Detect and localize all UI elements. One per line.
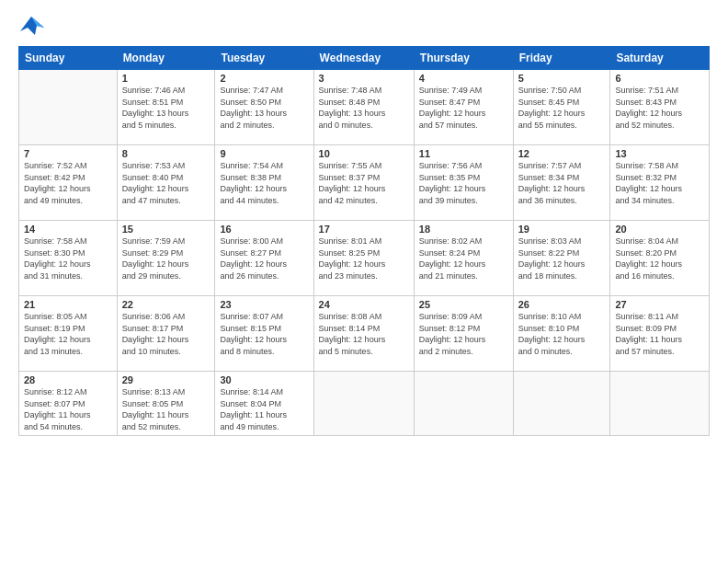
- day-info: Sunrise: 7:57 AM Sunset: 8:34 PM Dayligh…: [518, 160, 606, 206]
- weekday-header: Saturday: [610, 47, 710, 70]
- day-number: 24: [319, 299, 409, 310]
- day-info: Sunrise: 8:11 AM Sunset: 8:09 PM Dayligh…: [615, 311, 704, 357]
- calendar-cell: 5Sunrise: 7:50 AM Sunset: 8:45 PM Daylig…: [513, 70, 610, 145]
- calendar-cell: 18Sunrise: 8:02 AM Sunset: 8:24 PM Dayli…: [414, 221, 513, 296]
- day-info: Sunrise: 7:53 AM Sunset: 8:40 PM Dayligh…: [122, 160, 210, 206]
- day-info: Sunrise: 8:00 AM Sunset: 8:27 PM Dayligh…: [220, 236, 308, 282]
- day-info: Sunrise: 8:02 AM Sunset: 8:24 PM Dayligh…: [419, 236, 508, 282]
- day-info: Sunrise: 7:52 AM Sunset: 8:42 PM Dayligh…: [24, 160, 112, 206]
- day-number: 26: [518, 299, 606, 310]
- calendar-cell: [19, 70, 118, 145]
- calendar-cell: 10Sunrise: 7:55 AM Sunset: 8:37 PM Dayli…: [313, 145, 414, 221]
- calendar-cell: 14Sunrise: 7:58 AM Sunset: 8:30 PM Dayli…: [19, 221, 118, 296]
- day-number: 5: [518, 73, 606, 84]
- day-info: Sunrise: 8:04 AM Sunset: 8:20 PM Dayligh…: [615, 236, 704, 282]
- page: SundayMondayTuesdayWednesdayThursdayFrid…: [0, 0, 728, 563]
- day-info: Sunrise: 7:48 AM Sunset: 8:48 PM Dayligh…: [319, 85, 409, 131]
- calendar-cell: 25Sunrise: 8:09 AM Sunset: 8:12 PM Dayli…: [414, 296, 513, 372]
- weekday-header: Tuesday: [215, 47, 313, 70]
- day-info: Sunrise: 7:47 AM Sunset: 8:50 PM Dayligh…: [220, 85, 308, 131]
- calendar-cell: 3Sunrise: 7:48 AM Sunset: 8:48 PM Daylig…: [313, 70, 414, 145]
- calendar-cell: 15Sunrise: 7:59 AM Sunset: 8:29 PM Dayli…: [117, 221, 215, 296]
- day-number: 6: [615, 73, 704, 84]
- calendar-cell: [414, 372, 513, 436]
- day-number: 2: [220, 73, 308, 84]
- day-number: 25: [419, 299, 508, 310]
- day-info: Sunrise: 7:58 AM Sunset: 8:30 PM Dayligh…: [24, 236, 112, 282]
- day-number: 17: [319, 224, 409, 235]
- day-number: 18: [419, 224, 508, 235]
- calendar-cell: [513, 372, 610, 436]
- day-number: 15: [122, 224, 210, 235]
- calendar-cell: 24Sunrise: 8:08 AM Sunset: 8:14 PM Dayli…: [313, 296, 414, 372]
- day-number: 13: [615, 148, 704, 159]
- day-info: Sunrise: 8:12 AM Sunset: 8:07 PM Dayligh…: [24, 386, 112, 432]
- day-info: Sunrise: 8:08 AM Sunset: 8:14 PM Dayligh…: [319, 311, 409, 357]
- header: [18, 15, 710, 37]
- day-number: 23: [220, 299, 308, 310]
- day-number: 12: [518, 148, 606, 159]
- day-number: 3: [319, 73, 409, 84]
- day-info: Sunrise: 8:03 AM Sunset: 8:22 PM Dayligh…: [518, 236, 606, 282]
- day-info: Sunrise: 8:14 AM Sunset: 8:04 PM Dayligh…: [220, 386, 308, 432]
- day-number: 1: [122, 73, 210, 84]
- day-number: 19: [518, 224, 606, 235]
- calendar-cell: 26Sunrise: 8:10 AM Sunset: 8:10 PM Dayli…: [513, 296, 610, 372]
- calendar-header-row: SundayMondayTuesdayWednesdayThursdayFrid…: [19, 47, 710, 70]
- day-number: 29: [122, 374, 210, 385]
- calendar-cell: 28Sunrise: 8:12 AM Sunset: 8:07 PM Dayli…: [19, 372, 118, 436]
- calendar-cell: 2Sunrise: 7:47 AM Sunset: 8:50 PM Daylig…: [215, 70, 313, 145]
- day-number: 30: [220, 374, 308, 385]
- day-info: Sunrise: 8:06 AM Sunset: 8:17 PM Dayligh…: [122, 311, 210, 357]
- day-number: 16: [220, 224, 308, 235]
- day-number: 11: [419, 148, 508, 159]
- weekday-header: Wednesday: [313, 47, 414, 70]
- calendar-cell: 21Sunrise: 8:05 AM Sunset: 8:19 PM Dayli…: [19, 296, 118, 372]
- day-info: Sunrise: 7:51 AM Sunset: 8:43 PM Dayligh…: [615, 85, 704, 131]
- logo-icon: [18, 15, 44, 37]
- day-info: Sunrise: 8:01 AM Sunset: 8:25 PM Dayligh…: [319, 236, 409, 282]
- day-number: 8: [122, 148, 210, 159]
- calendar-week-row: 1Sunrise: 7:46 AM Sunset: 8:51 PM Daylig…: [19, 70, 710, 145]
- calendar-cell: 19Sunrise: 8:03 AM Sunset: 8:22 PM Dayli…: [513, 221, 610, 296]
- calendar-week-row: 14Sunrise: 7:58 AM Sunset: 8:30 PM Dayli…: [19, 221, 710, 296]
- day-number: 27: [615, 299, 704, 310]
- day-info: Sunrise: 7:49 AM Sunset: 8:47 PM Dayligh…: [419, 85, 508, 131]
- calendar-cell: 4Sunrise: 7:49 AM Sunset: 8:47 PM Daylig…: [414, 70, 513, 145]
- calendar-cell: 12Sunrise: 7:57 AM Sunset: 8:34 PM Dayli…: [513, 145, 610, 221]
- weekday-header: Friday: [513, 47, 610, 70]
- calendar-cell: 8Sunrise: 7:53 AM Sunset: 8:40 PM Daylig…: [117, 145, 215, 221]
- calendar-cell: 6Sunrise: 7:51 AM Sunset: 8:43 PM Daylig…: [610, 70, 710, 145]
- day-info: Sunrise: 8:07 AM Sunset: 8:15 PM Dayligh…: [220, 311, 308, 357]
- day-number: 20: [615, 224, 704, 235]
- weekday-header: Sunday: [19, 47, 118, 70]
- day-info: Sunrise: 8:13 AM Sunset: 8:05 PM Dayligh…: [122, 386, 210, 432]
- calendar-cell: 23Sunrise: 8:07 AM Sunset: 8:15 PM Dayli…: [215, 296, 313, 372]
- day-number: 10: [319, 148, 409, 159]
- calendar-cell: 13Sunrise: 7:58 AM Sunset: 8:32 PM Dayli…: [610, 145, 710, 221]
- calendar-cell: 9Sunrise: 7:54 AM Sunset: 8:38 PM Daylig…: [215, 145, 313, 221]
- day-number: 28: [24, 374, 112, 385]
- day-info: Sunrise: 8:10 AM Sunset: 8:10 PM Dayligh…: [518, 311, 606, 357]
- calendar-cell: 1Sunrise: 7:46 AM Sunset: 8:51 PM Daylig…: [117, 70, 215, 145]
- day-number: 22: [122, 299, 210, 310]
- weekday-header: Monday: [117, 47, 215, 70]
- day-number: 14: [24, 224, 112, 235]
- calendar-table: SundayMondayTuesdayWednesdayThursdayFrid…: [18, 46, 710, 436]
- logo: [18, 15, 48, 37]
- day-info: Sunrise: 7:59 AM Sunset: 8:29 PM Dayligh…: [122, 236, 210, 282]
- calendar-week-row: 28Sunrise: 8:12 AM Sunset: 8:07 PM Dayli…: [19, 372, 710, 436]
- day-info: Sunrise: 7:46 AM Sunset: 8:51 PM Dayligh…: [122, 85, 210, 131]
- day-number: 21: [24, 299, 112, 310]
- calendar-cell: 27Sunrise: 8:11 AM Sunset: 8:09 PM Dayli…: [610, 296, 710, 372]
- calendar-cell: 16Sunrise: 8:00 AM Sunset: 8:27 PM Dayli…: [215, 221, 313, 296]
- calendar-cell: 22Sunrise: 8:06 AM Sunset: 8:17 PM Dayli…: [117, 296, 215, 372]
- day-number: 9: [220, 148, 308, 159]
- weekday-header: Thursday: [414, 47, 513, 70]
- calendar-cell: 11Sunrise: 7:56 AM Sunset: 8:35 PM Dayli…: [414, 145, 513, 221]
- calendar-cell: 20Sunrise: 8:04 AM Sunset: 8:20 PM Dayli…: [610, 221, 710, 296]
- calendar-cell: [313, 372, 414, 436]
- calendar-cell: 29Sunrise: 8:13 AM Sunset: 8:05 PM Dayli…: [117, 372, 215, 436]
- day-info: Sunrise: 7:58 AM Sunset: 8:32 PM Dayligh…: [615, 160, 704, 206]
- day-number: 4: [419, 73, 508, 84]
